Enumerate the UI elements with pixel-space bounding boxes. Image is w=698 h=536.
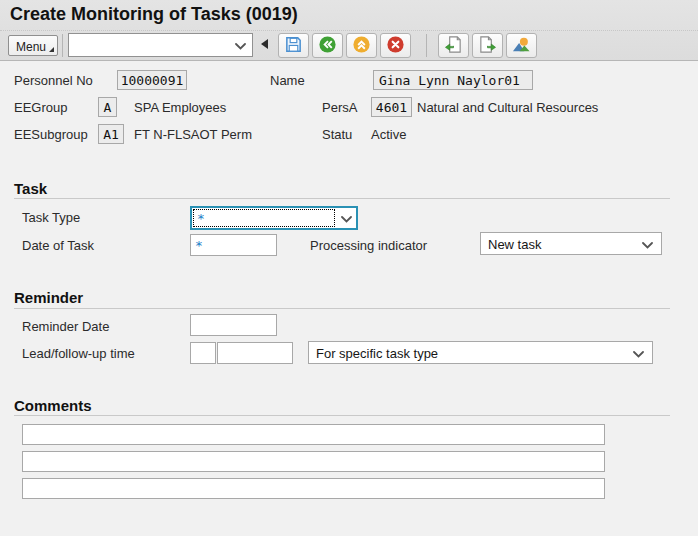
exit-button[interactable] bbox=[346, 33, 377, 58]
comments-section-title: Comments bbox=[14, 397, 92, 414]
personnel-no-label: Personnel No bbox=[14, 73, 93, 88]
ee-group-value: A bbox=[98, 97, 117, 117]
task-type-value: * bbox=[192, 208, 336, 228]
reminder-date-input[interactable] bbox=[190, 314, 277, 336]
menu-button[interactable]: Menu bbox=[8, 35, 58, 56]
reminder-section-title: Reminder bbox=[14, 289, 83, 306]
next-record-button[interactable] bbox=[472, 33, 503, 58]
header-bar: Create Monitoring of Tasks (0019) Menu bbox=[0, 0, 698, 61]
ee-group-label: EEGroup bbox=[14, 100, 67, 115]
pers-area-text: Natural and Cultural Resources bbox=[417, 100, 598, 115]
save-button[interactable] bbox=[278, 33, 309, 58]
comment-line-1-input[interactable] bbox=[22, 424, 605, 445]
status-label: Statu bbox=[322, 127, 352, 142]
menu-corner-icon bbox=[49, 47, 54, 52]
ee-subgroup-value: A1 bbox=[98, 124, 124, 144]
task-section-rule bbox=[14, 198, 670, 199]
previous-record-button[interactable] bbox=[438, 33, 469, 58]
task-type-select[interactable]: * bbox=[190, 206, 358, 230]
cancel-button[interactable] bbox=[380, 33, 411, 58]
pers-area-label: PersA bbox=[322, 100, 357, 115]
previous-record-icon bbox=[444, 35, 463, 57]
cancel-icon bbox=[386, 35, 405, 57]
pers-area-value: 4601 bbox=[371, 97, 412, 117]
status-value: Active bbox=[371, 127, 406, 142]
processing-indicator-value: New task bbox=[488, 237, 541, 252]
toolbar-divider bbox=[0, 30, 698, 31]
back-icon bbox=[318, 35, 337, 57]
ee-subgroup-label: EESubgroup bbox=[14, 127, 88, 142]
date-of-task-input[interactable] bbox=[190, 234, 277, 256]
overview-icon bbox=[512, 35, 531, 57]
comments-section-rule bbox=[14, 415, 670, 416]
name-label: Name bbox=[270, 73, 305, 88]
lead-time-unit-input[interactable] bbox=[217, 342, 293, 364]
command-field[interactable] bbox=[68, 33, 253, 57]
toolbar-separator bbox=[62, 34, 63, 57]
page-title: Create Monitoring of Tasks (0019) bbox=[10, 4, 298, 25]
toolbar-separator bbox=[426, 34, 427, 57]
reminder-section-rule bbox=[14, 308, 670, 309]
lead-time-label: Lead/follow-up time bbox=[22, 346, 135, 361]
comment-line-2-input[interactable] bbox=[22, 451, 605, 472]
comment-line-3-input[interactable] bbox=[22, 478, 605, 499]
name-value: Gina Lynn Naylor01 bbox=[373, 70, 533, 90]
task-type-label: Task Type bbox=[22, 210, 80, 225]
ee-group-text: SPA Employees bbox=[134, 100, 226, 115]
chevron-down-icon[interactable] bbox=[235, 43, 246, 50]
save-icon bbox=[284, 35, 303, 57]
back-button[interactable] bbox=[312, 33, 343, 58]
date-of-task-label: Date of Task bbox=[22, 238, 94, 253]
ee-subgroup-text: FT N-FLSAOT Perm bbox=[134, 127, 252, 142]
next-record-icon bbox=[478, 35, 497, 57]
chevron-down-icon[interactable] bbox=[642, 242, 653, 249]
lead-time-amount-input[interactable] bbox=[190, 342, 216, 364]
task-section-title: Task bbox=[14, 180, 47, 197]
chevron-down-icon[interactable] bbox=[633, 351, 644, 358]
collapse-toolbar-icon[interactable] bbox=[261, 39, 268, 49]
chevron-down-icon[interactable] bbox=[341, 216, 352, 223]
lead-time-type-value: For specific task type bbox=[316, 346, 438, 361]
exit-icon bbox=[352, 35, 371, 57]
processing-indicator-label: Processing indicator bbox=[310, 238, 427, 253]
personnel-no-value: 10000091 bbox=[117, 70, 187, 90]
processing-indicator-select[interactable]: New task bbox=[480, 232, 662, 255]
lead-time-type-select[interactable]: For specific task type bbox=[308, 341, 653, 364]
menu-button-label: Menu bbox=[16, 40, 46, 54]
overview-button[interactable] bbox=[506, 33, 537, 58]
reminder-date-label: Reminder Date bbox=[22, 319, 109, 334]
